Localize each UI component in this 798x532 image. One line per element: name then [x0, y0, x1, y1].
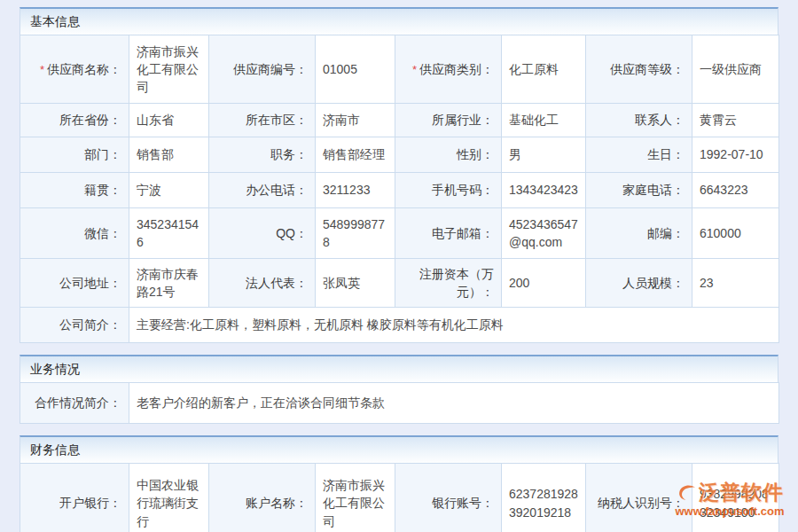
- field-label: QQ：: [209, 208, 316, 259]
- field-value: 宁波: [129, 173, 209, 208]
- field-value: 济南市振兴化工有限公司: [316, 464, 395, 532]
- field-label: 联系人：: [586, 104, 692, 137]
- field-label: 开户银行：: [20, 464, 129, 532]
- field-row: 合作情况简介：老客户介绍的新客户，正在洽谈合同细节条款: [20, 383, 779, 424]
- field-value: 销售部经理: [316, 137, 395, 173]
- field-row: 部门：销售部职务：销售部经理性别：男生日：1992-07-10: [20, 137, 779, 173]
- section-basic-info: 基本信息 *供应商名称：济南市振兴化工有限公司供应商编号：01005*供应商类别…: [20, 7, 778, 343]
- field-label: 微信：: [20, 208, 129, 259]
- field-label: 所在市区：: [209, 104, 316, 137]
- field-value: 1343423423: [502, 173, 586, 208]
- field-value: 黄霄云: [692, 104, 779, 137]
- field-label: *供应商类别：: [395, 35, 502, 104]
- field-value: 销售部: [129, 137, 209, 173]
- field-label: 手机号码：: [395, 173, 502, 208]
- field-value: 山东省: [129, 104, 209, 137]
- field-label: 账户名称：: [209, 464, 316, 532]
- field-label: 供应商编号：: [209, 35, 316, 104]
- field-value: 01005: [316, 35, 395, 104]
- field-label: 公司简介：: [20, 308, 129, 343]
- field-label: 籍贯：: [20, 173, 129, 208]
- field-label: 人员规模：: [586, 259, 692, 308]
- financial-info-table: 开户银行：中国农业银行琉璃街支行账户名称：济南市振兴化工有限公司银行账号：623…: [20, 463, 779, 532]
- field-label: 所属行业：: [395, 104, 502, 137]
- field-value: 济南市: [316, 104, 395, 137]
- field-value: 主要经营:化工原料，塑料原料，无机原料 橡胶原料等有机化工原料: [129, 308, 779, 343]
- field-label: 银行账号：: [395, 464, 502, 532]
- field-row: 公司简介：主要经营:化工原料，塑料原料，无机原料 橡胶原料等有机化工原料: [20, 308, 779, 343]
- field-value: 610000: [692, 208, 779, 259]
- field-label: 生日：: [586, 137, 692, 173]
- field-label: 职务：: [209, 137, 316, 173]
- field-label: 法人代表：: [209, 259, 316, 308]
- field-label: 公司地址：: [20, 259, 129, 308]
- section-title-financial-info: 财务信息: [20, 435, 778, 463]
- field-value: 济南市庆春路21号: [129, 259, 209, 308]
- field-value: 男: [502, 137, 586, 173]
- field-row: 籍贯：宁波办公电话：3211233手机号码：1343423423家庭电话：664…: [20, 173, 779, 208]
- field-label: *供应商名称：: [20, 35, 129, 104]
- field-row: *供应商名称：济南市振兴化工有限公司供应商编号：01005*供应商类别：化工原料…: [20, 35, 779, 104]
- field-value: 5489998778: [316, 208, 395, 259]
- field-label: 电子邮箱：: [395, 208, 502, 259]
- field-value: 3452341546: [129, 208, 209, 259]
- field-row: 所在省份：山东省所在市区：济南市所属行业：基础化工联系人：黄霄云: [20, 104, 779, 137]
- field-value: 3211233: [316, 173, 395, 208]
- field-value: 6643223: [692, 173, 779, 208]
- field-label: 供应商等级：: [586, 35, 692, 104]
- field-row: 公司地址：济南市庆春路21号法人代表：张凤英注册资本（万元）：200人员规模：2…: [20, 259, 779, 308]
- section-financial-info: 财务信息 开户银行：中国农业银行琉璃街支行账户名称：济南市振兴化工有限公司银行账…: [20, 435, 778, 532]
- field-value: 4523436547@qq.com: [502, 208, 586, 259]
- required-asterisk: *: [412, 63, 417, 76]
- field-row: 开户银行：中国农业银行琉璃街支行账户名称：济南市振兴化工有限公司银行账号：623…: [20, 464, 779, 532]
- field-value: 23: [692, 259, 779, 308]
- field-value: 6237281928392019218: [502, 464, 586, 532]
- field-value: 200: [502, 259, 586, 308]
- basic-info-table: *供应商名称：济南市振兴化工有限公司供应商编号：01005*供应商类别：化工原料…: [20, 35, 779, 343]
- field-label: 办公电话：: [209, 173, 316, 208]
- field-label: 纳税人识别号：: [586, 464, 692, 532]
- section-title-basic-info: 基本信息: [20, 7, 778, 35]
- field-value: 济南市振兴化工有限公司: [129, 35, 209, 104]
- field-label: 性别：: [395, 137, 502, 173]
- field-value: 1992-07-10: [692, 137, 779, 173]
- field-value: 张凤英: [316, 259, 395, 308]
- field-label: 注册资本（万元）：: [395, 259, 502, 308]
- business-status-table: 合作情况简介：老客户介绍的新客户，正在洽谈合同细节条款: [20, 382, 779, 424]
- field-value: 中国农业银行琉璃街支行: [129, 464, 209, 532]
- field-value: 化工原料: [502, 35, 586, 104]
- required-asterisk: *: [40, 63, 44, 76]
- field-label: 合作情况简介：: [20, 383, 129, 424]
- field-value: 基础化工: [502, 104, 586, 137]
- field-value: 一级供应商: [692, 35, 779, 104]
- section-title-business-status: 业务情况: [20, 355, 778, 382]
- field-row: 微信：3452341546QQ：5489998778电子邮箱：452343654…: [20, 208, 779, 259]
- field-value: 938299820832349100: [692, 464, 779, 532]
- supplier-detail-page: 基本信息 *供应商名称：济南市振兴化工有限公司供应商编号：01005*供应商类别…: [20, 7, 778, 532]
- field-label: 部门：: [20, 137, 129, 173]
- section-business-status: 业务情况 合作情况简介：老客户介绍的新客户，正在洽谈合同细节条款: [20, 355, 778, 424]
- field-label: 邮编：: [586, 208, 692, 259]
- field-value: 老客户介绍的新客户，正在洽谈合同细节条款: [129, 383, 779, 424]
- field-label: 家庭电话：: [586, 173, 692, 208]
- field-label: 所在省份：: [20, 104, 129, 137]
